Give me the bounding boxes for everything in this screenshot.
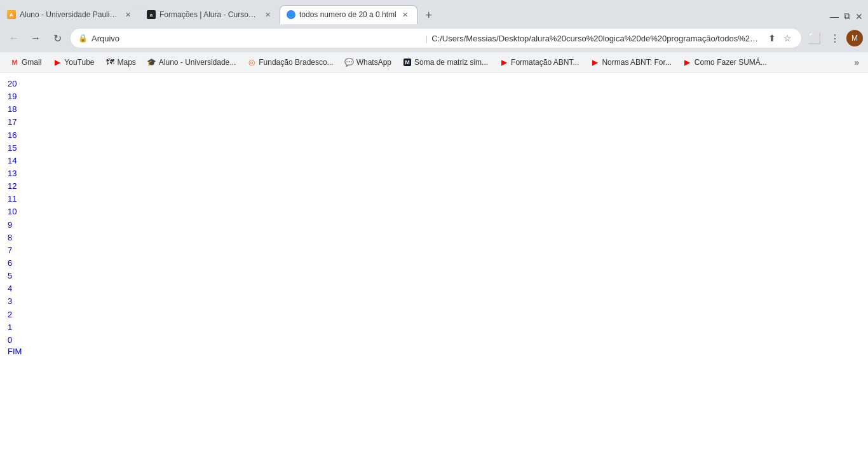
tab1-favicon-icon: A [7, 10, 16, 19]
tab-2[interactable]: a Formações | Alura - Cursos onlin... ✕ [140, 5, 280, 24]
profile-avatar[interactable]: M [846, 30, 863, 46]
bookmark-aluno-label: Aluno - Universidade... [159, 58, 236, 67]
bookmark-star-icon[interactable]: ☆ [781, 32, 794, 45]
number-item: 18 [8, 103, 860, 116]
tab3-close-button[interactable]: ✕ [400, 10, 410, 20]
maps-favicon-icon: 🗺 [106, 58, 115, 67]
number-item: 17 [8, 116, 860, 128]
normas-favicon-icon: ▶ [590, 58, 599, 67]
protocol-label: Arquivo [92, 34, 422, 43]
number-item: 19 [8, 90, 860, 103]
bookmark-whatsapp-label: WhatsApp [356, 58, 391, 67]
como-favicon-icon: ▶ [683, 58, 692, 67]
number-item: 5 [8, 270, 860, 282]
bookmark-youtube[interactable]: ▶ YouTube [48, 56, 99, 69]
bookmark-youtube-label: YouTube [64, 58, 94, 67]
bookmark-gmail-label: Gmail [22, 58, 41, 67]
forward-button[interactable]: → [27, 29, 44, 47]
address-separator: | [426, 34, 428, 43]
tab2-favicon-icon: a [147, 10, 156, 19]
fundacao-favicon-icon: ◎ [247, 58, 256, 67]
number-item: 6 [8, 257, 860, 270]
number-item: 16 [8, 129, 860, 142]
bookmark-soma-label: Soma de matriz sim... [414, 58, 488, 67]
tab-1[interactable]: A Aluno - Universidade Paulista - U ✕ [0, 5, 140, 24]
restore-button[interactable]: ⧉ [844, 11, 850, 22]
cast-button[interactable]: ⬜ [806, 29, 824, 47]
more-tools-button[interactable]: ⋮ [826, 29, 844, 47]
gmail-favicon-icon: M [10, 58, 19, 67]
number-item: 13 [8, 167, 860, 180]
address-bar[interactable]: 🔒 Arquivo | C:/Users/Messias/Desktop/alu… [70, 28, 802, 48]
toolbar-right: ⬜ ⋮ M [806, 29, 863, 47]
tab3-favicon-icon: 🌐 [287, 10, 295, 19]
bookmark-maps-label: Maps [118, 58, 136, 67]
bookmark-formatacao[interactable]: ▶ Formatação ABNT... [494, 56, 584, 69]
number-item: 4 [8, 282, 860, 295]
browser-chrome: A Aluno - Universidade Paulista - U ✕ a … [0, 0, 868, 73]
number-item: 11 [8, 193, 860, 205]
bookmark-aluno[interactable]: 🎓 Aluno - Universidade... [142, 56, 241, 69]
tab-bar: A Aluno - Universidade Paulista - U ✕ a … [0, 0, 868, 24]
bookmark-soma[interactable]: M Soma de matriz sim... [398, 56, 493, 69]
tab2-title: Formações | Alura - Cursos onlin... [159, 10, 259, 19]
number-item: 20 [8, 78, 860, 90]
number-item: 7 [8, 244, 860, 257]
tab2-close-button[interactable]: ✕ [262, 10, 273, 20]
number-item: 1 [8, 321, 860, 334]
numbers-list: 20191817161514131211109876543210 [8, 78, 860, 347]
reload-button[interactable]: ↻ [48, 29, 66, 47]
number-item: 0 [8, 334, 860, 347]
number-item: 15 [8, 142, 860, 155]
bookmark-whatsapp[interactable]: 💬 WhatsApp [340, 56, 397, 69]
protocol-icon: 🔒 [78, 34, 88, 43]
youtube-favicon-icon: ▶ [53, 58, 62, 67]
bookmarks-bar: M Gmail ▶ YouTube 🗺 Maps 🎓 Aluno - Unive… [0, 52, 868, 73]
minimize-button[interactable]: — [830, 11, 839, 22]
fim-label: FIM [8, 347, 860, 356]
formatacao-favicon-icon: ▶ [499, 58, 508, 67]
number-item: 2 [8, 308, 860, 321]
bookmark-formatacao-label: Formatação ABNT... [511, 58, 579, 67]
tab-bar-controls: — ⧉ ✕ [830, 11, 868, 24]
bookmark-fundacao[interactable]: ◎ Fundação Bradesco... [242, 56, 338, 69]
number-item: 8 [8, 232, 860, 244]
share-icon[interactable]: ⬆ [766, 32, 778, 45]
number-item: 10 [8, 205, 860, 218]
bookmark-fundacao-label: Fundação Bradesco... [259, 58, 333, 67]
close-button[interactable]: ✕ [855, 11, 863, 22]
new-tab-button[interactable]: + [420, 6, 438, 24]
bookmark-gmail[interactable]: M Gmail [5, 56, 46, 69]
aluno-favicon-icon: 🎓 [147, 58, 156, 67]
number-item: 9 [8, 219, 860, 232]
bookmark-normas-label: Normas ABNT: For... [602, 58, 671, 67]
bookmark-normas[interactable]: ▶ Normas ABNT: For... [585, 56, 676, 69]
number-item: 3 [8, 295, 860, 308]
tab1-close-button[interactable]: ✕ [123, 10, 133, 20]
back-button[interactable]: ← [5, 29, 23, 47]
bookmarks-more-button[interactable]: » [850, 55, 863, 69]
bookmark-maps[interactable]: 🗺 Maps [101, 56, 141, 69]
page-content: 20191817161514131211109876543210 FIM [0, 73, 868, 441]
url-text[interactable]: C:/Users/Messias/Desktop/alura%20curso%2… [431, 34, 762, 43]
tab1-title: Aluno - Universidade Paulista - U [20, 10, 119, 19]
number-item: 12 [8, 180, 860, 193]
whatsapp-favicon-icon: 💬 [345, 58, 354, 67]
soma-favicon-icon: M [403, 58, 412, 67]
bookmark-como-label: Como Fazer SUMÁ... [695, 58, 767, 67]
address-bar-icons: ⬆ ☆ [766, 32, 794, 45]
address-bar-row: ← → ↻ 🔒 Arquivo | C:/Users/Messias/Deskt… [0, 24, 868, 52]
bookmark-como[interactable]: ▶ Como Fazer SUMÁ... [678, 56, 772, 69]
tab3-title: todos numero de 20 a 0.html [299, 10, 397, 19]
tab-3[interactable]: 🌐 todos numero de 20 a 0.html ✕ [280, 5, 417, 24]
number-item: 14 [8, 155, 860, 167]
